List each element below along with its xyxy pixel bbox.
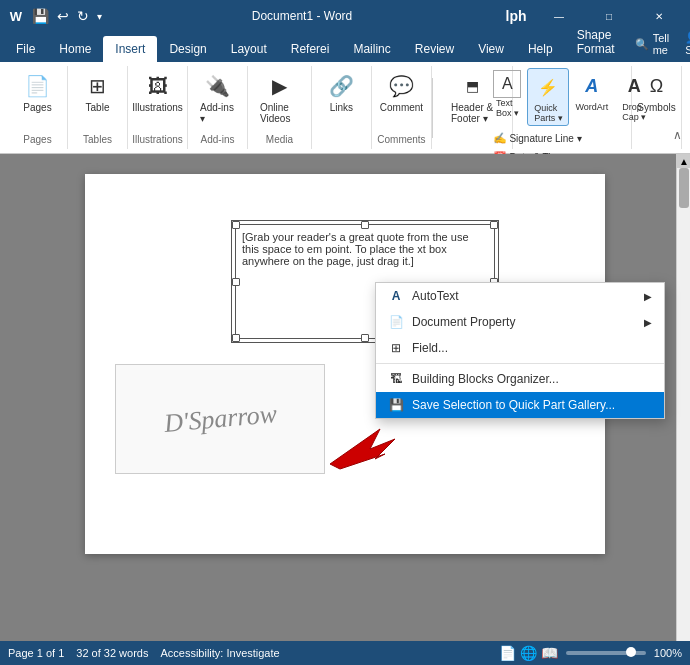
addins-icon: 🔌: [202, 70, 234, 102]
tell-me-button[interactable]: 🔍 Tell me: [627, 26, 678, 62]
ribbon-group-illustrations: 🖼 Illustrations Illustrations: [128, 66, 188, 149]
tab-file[interactable]: File: [4, 36, 47, 62]
wordart-button[interactable]: A WordArt: [571, 68, 612, 114]
links-button[interactable]: 🔗 Links: [321, 68, 361, 115]
document-property-icon: 📄: [388, 314, 404, 330]
view-buttons: 📄 🌐 📖: [499, 645, 558, 661]
save-selection-item[interactable]: 💾 Save Selection to Quick Part Gallery..…: [376, 392, 664, 418]
ribbon-body: 📄 Pages Pages ⊞ Table Tables 🖼 Illustrat…: [0, 62, 690, 154]
addins-button[interactable]: 🔌 Add-ins ▾: [196, 68, 239, 126]
save-selection-label: Save Selection to Quick Part Gallery...: [412, 398, 615, 412]
ribbon-group-comments: 💬 Comment Comments: [372, 66, 432, 149]
handle-tr[interactable]: [490, 221, 498, 229]
table-button[interactable]: ⊞ Table: [78, 68, 118, 115]
signature-line-button[interactable]: ✍ Signature Line ▾: [489, 130, 585, 147]
tab-layout[interactable]: Layout: [219, 36, 279, 62]
signature-icon: ✍: [493, 132, 507, 145]
handle-ml[interactable]: [232, 278, 240, 286]
quick-parts-dropdown: A AutoText ▶ 📄 Document Property ▶ ⊞ Fie…: [375, 282, 665, 419]
accessibility-indicator[interactable]: Accessibility: Investigate: [160, 647, 279, 659]
table-icon: ⊞: [82, 70, 114, 102]
illustrations-icon: 🖼: [142, 70, 174, 102]
building-blocks-label: Building Blocks Organizer...: [412, 372, 559, 386]
vertical-scrollbar[interactable]: ▲: [676, 154, 690, 641]
pages-group-label: Pages: [23, 134, 51, 147]
autotext-icon: A: [388, 288, 404, 304]
autotext-label: AutoText: [412, 289, 459, 303]
pages-button[interactable]: 📄 Pages: [18, 68, 58, 115]
web-layout-view[interactable]: 🌐: [520, 645, 537, 661]
online-videos-button[interactable]: ▶ Online Videos: [256, 68, 303, 126]
document-property-item[interactable]: 📄 Document Property ▶: [376, 309, 664, 335]
title-text: Document1 - Word: [252, 9, 352, 23]
ribbon-group-links: 🔗 Links: [312, 66, 372, 149]
dropdown-separator: [376, 363, 664, 364]
zoom-level: 100%: [654, 647, 682, 659]
addins-group-label: Add-ins: [201, 134, 235, 147]
scroll-thumb[interactable]: [679, 168, 689, 208]
text-box-icon: A: [493, 70, 521, 98]
ribbon-group-tables: ⊞ Table Tables: [68, 66, 128, 149]
illustrations-buttons: 🖼 Illustrations: [128, 68, 187, 132]
signature-box: D'Sparrow: [115, 364, 325, 474]
field-item[interactable]: ⊞ Field...: [376, 335, 664, 361]
text-box-button[interactable]: A TextBox ▾: [489, 68, 525, 120]
scroll-up-button[interactable]: ▲: [677, 154, 690, 168]
field-label: Field...: [412, 341, 448, 355]
textbox-content: [Grab your reader's a great quote from t…: [242, 231, 469, 267]
tab-mailings[interactable]: Mailinc: [341, 36, 402, 62]
symbols-button[interactable]: Ω Symbols: [633, 68, 679, 115]
illustrations-button[interactable]: 🖼 Illustrations: [128, 68, 187, 115]
building-blocks-icon: 🏗: [388, 371, 404, 387]
undo-icon[interactable]: ↩: [55, 6, 71, 26]
building-blocks-item[interactable]: 🏗 Building Blocks Organizer...: [376, 366, 664, 392]
redo-icon[interactable]: ↻: [75, 6, 91, 26]
tab-shape-format[interactable]: Shape Format: [565, 22, 627, 62]
search-icon: 🔍: [635, 38, 649, 51]
tab-design[interactable]: Design: [157, 36, 218, 62]
tab-view[interactable]: View: [466, 36, 516, 62]
zoom-thumb[interactable]: [626, 647, 636, 657]
tab-help[interactable]: Help: [516, 36, 565, 62]
autotext-item[interactable]: A AutoText ▶: [376, 283, 664, 309]
ribbon-group-text: A TextBox ▾ ⚡ QuickParts ▾ A WordArt: [513, 66, 632, 149]
document-area: ⚓ [Grab your reader's a great quote from…: [0, 154, 690, 641]
comments-buttons: 💬 Comment: [376, 68, 427, 132]
customize-qat-icon[interactable]: ▾: [95, 9, 104, 24]
signature-text: D'Sparrow: [162, 399, 277, 439]
person-icon: 👤: [685, 31, 690, 43]
tab-review[interactable]: Review: [403, 36, 466, 62]
pages-buttons: 📄 Pages: [18, 68, 58, 132]
handle-tl[interactable]: [232, 221, 240, 229]
ribbon-collapse-button[interactable]: ∧: [673, 128, 682, 142]
page-indicator: Page 1 of 1: [8, 647, 64, 659]
tables-group-label: Tables: [83, 134, 112, 147]
print-layout-view[interactable]: 📄: [499, 645, 516, 661]
comments-group-label: Comments: [377, 134, 425, 147]
tab-references[interactable]: Referei: [279, 36, 342, 62]
handle-bm[interactable]: [361, 334, 369, 342]
comment-button[interactable]: 💬 Comment: [376, 68, 427, 115]
text-row-1: A TextBox ▾ ⚡ QuickParts ▾ A WordArt: [489, 68, 654, 126]
ribbon-group-addins: 🔌 Add-ins ▾ Add-ins: [188, 66, 248, 149]
media-buttons: ▶ Online Videos: [256, 68, 303, 132]
app-window: W 💾 ↩ ↻ ▾ Document1 - Word lph — □ ✕ Fil…: [0, 0, 690, 665]
document-property-arrow: ▶: [644, 317, 652, 328]
save-icon[interactable]: 💾: [30, 6, 51, 26]
wordart-icon: A: [576, 70, 608, 102]
word-logo: W: [8, 8, 24, 24]
ribbon-tabs: File Home Insert Design Layout Referei M…: [0, 32, 690, 62]
tab-insert[interactable]: Insert: [103, 36, 157, 62]
zoom-slider[interactable]: [566, 651, 646, 655]
read-mode-view[interactable]: 📖: [541, 645, 558, 661]
handle-bl[interactable]: [232, 334, 240, 342]
share-button[interactable]: 👤 Share: [677, 25, 690, 62]
tab-home[interactable]: Home: [47, 36, 103, 62]
autotext-arrow: ▶: [644, 291, 652, 302]
quick-parts-button[interactable]: ⚡ QuickParts ▾: [527, 68, 569, 126]
handle-tm[interactable]: [361, 221, 369, 229]
comment-icon: 💬: [385, 70, 417, 102]
title-bar-left: W 💾 ↩ ↻ ▾: [8, 6, 104, 26]
symbols-icon: Ω: [641, 70, 673, 102]
field-icon: ⊞: [388, 340, 404, 356]
